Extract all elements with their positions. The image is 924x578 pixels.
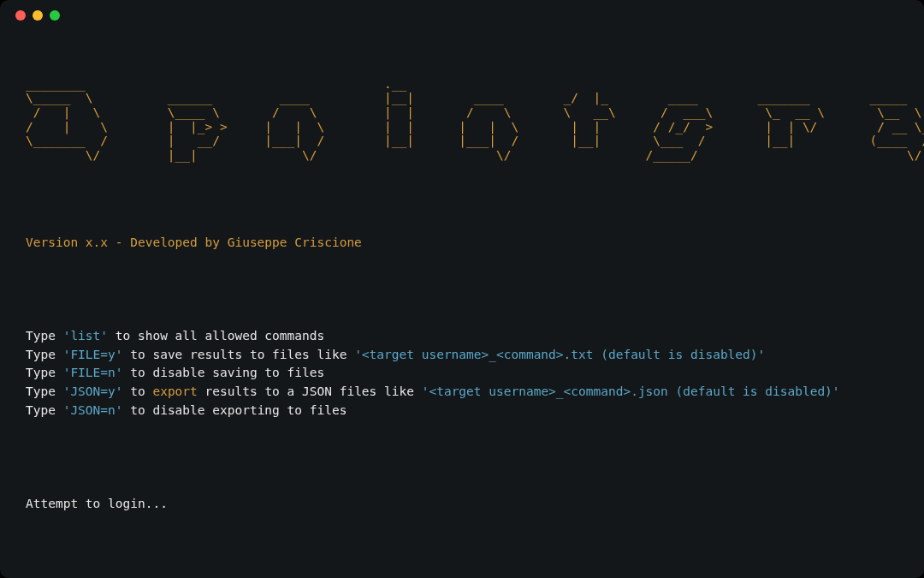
help-line-4-mid2: results to a JSON files like (198, 384, 422, 398)
help-line-4-example: '<target username>_<command>.json (defau… (422, 384, 840, 398)
help-line-1-prefix: Type (26, 329, 63, 343)
help-line-3-prefix: Type (26, 366, 63, 379)
help-line-1-suffix: to show all allowed commands (108, 329, 324, 343)
help-line-2-prefix: Type (26, 348, 63, 361)
help-line-5-suffix: to disable exporting to files (123, 403, 347, 417)
help-line-4-mid1: to (123, 384, 153, 398)
titlebar (0, 0, 924, 31)
ascii-banner: ________ .__ \_____ \ ______ ____ |__| _… (26, 77, 898, 163)
help-line-5-cmd: 'JSON=n' (63, 403, 123, 417)
help-line-4-prefix: Type (26, 384, 63, 398)
terminal-content[interactable]: ________ .__ \_____ \ ______ ____ |__| _… (0, 31, 924, 578)
help-line-4-export: export (152, 384, 197, 398)
help-line-2-suffix: to save results to files like (123, 348, 355, 361)
help-line-2-cmd: 'FILE=y' (63, 348, 123, 361)
help-line-3-cmd: 'FILE=n' (63, 366, 123, 379)
help-line-2-example: '<target username>_<command>.txt (defaul… (354, 348, 765, 361)
maximize-button[interactable] (50, 10, 60, 21)
help-line-4-cmd: 'JSON=y' (63, 384, 123, 398)
login-attempt: Attempt to login... (26, 495, 898, 514)
terminal-window: ________ .__ \_____ \ ______ ____ |__| _… (0, 0, 924, 578)
help-line-1-cmd: 'list' (63, 329, 108, 343)
help-line-3-suffix: to disable saving to files (123, 366, 325, 379)
version-info: Version x.x - Developed by Giuseppe Cris… (26, 234, 898, 253)
minimize-button[interactable] (33, 10, 43, 21)
close-button[interactable] (15, 10, 26, 21)
help-line-5-prefix: Type (26, 403, 63, 417)
help-text: Type 'list' to show all allowed commands… (26, 327, 898, 420)
